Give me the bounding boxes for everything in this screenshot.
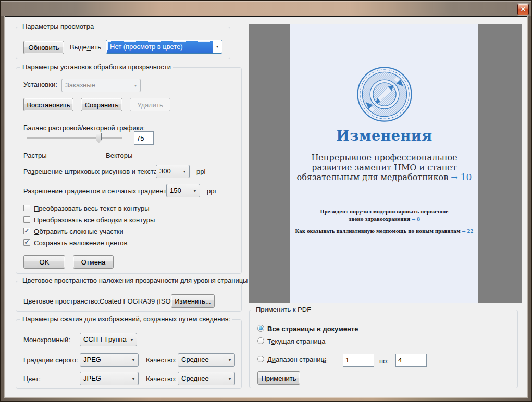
dialog-window: ✕ Параметры просмотра Обновить Выделить …: [0, 0, 532, 402]
group-compression-legend: Параметры сжатия для изображений, создан…: [20, 315, 232, 323]
highlight-label: Выделить: [70, 43, 101, 51]
range-from-label: с:: [323, 357, 328, 365]
cancel-button[interactable]: Отмена: [73, 255, 114, 269]
slider-track: [27, 137, 122, 139]
raster-label: Растры: [23, 152, 47, 159]
arrow-right-icon: →: [412, 217, 415, 222]
gradient-resolution-label: Разрешение градиентов и сетчатых градиен…: [23, 187, 176, 195]
colorspace-label: Цветовое пространство:: [23, 297, 100, 305]
apply-button[interactable]: Применить: [257, 371, 300, 385]
refresh-button[interactable]: Обновить: [23, 41, 64, 54]
monochrome-label: Монохромный:: [23, 336, 70, 344]
monochrome-select[interactable]: CCITT Группа 4 ▼: [80, 333, 137, 346]
checkbox-clip-complex-regions[interactable]: ✓: [23, 228, 30, 234]
gradient-resolution-select[interactable]: 150 ▼: [166, 184, 200, 197]
grayscale-quality-label: Качество:: [146, 356, 177, 364]
group-flattener-settings: Параметры установок обработки прозрачнос…: [16, 67, 242, 274]
color-quality-label: Качество:: [146, 375, 177, 383]
checkbox-strokes-to-outlines-label[interactable]: Преобразовать все обводки в контуры: [34, 216, 155, 224]
checkbox-clip-complex-regions-label[interactable]: Обтравить сложные участки: [34, 228, 123, 235]
close-button[interactable]: ✕: [517, 4, 529, 15]
radio-all-pages-label[interactable]: Все страницы в документе: [267, 325, 358, 333]
checkbox-strokes-to-outlines[interactable]: [23, 216, 30, 223]
checkbox-preserve-overprint-label[interactable]: Сохранять наложение цветов: [34, 239, 127, 247]
balance-label: Баланс растровой/векторной графики:: [23, 124, 145, 132]
lineart-resolution-select[interactable]: 300 ▼: [156, 165, 190, 178]
chevron-down-icon: ▼: [180, 165, 189, 178]
radio-page-range[interactable]: [257, 356, 264, 362]
preview-teaser-1: Президент поручил модернизировать первич…: [290, 208, 478, 223]
group-compression: Параметры сжатия для изображений, создан…: [16, 319, 242, 389]
close-icon: ✕: [521, 6, 526, 13]
vector-label: Векторы: [106, 152, 132, 159]
chevron-down-icon: ▼: [127, 333, 137, 346]
color-quality-select[interactable]: Среднее ▼: [178, 372, 235, 385]
preview-title: Изменения: [290, 128, 478, 144]
preview-headline: Непрерывное профессиональное развитие за…: [290, 153, 478, 182]
save-button[interactable]: Сохранить: [81, 98, 122, 111]
chevron-down-icon: ▼: [213, 40, 222, 53]
checkbox-preserve-overprint[interactable]: ✓: [23, 239, 30, 246]
range-to-label: по:: [379, 357, 389, 365]
group-colorspace: Цветовое пространство наложения прозрачн…: [16, 281, 242, 312]
chevron-down-icon: ▼: [131, 79, 140, 92]
chevron-down-icon: ▼: [129, 372, 138, 385]
group-preview-options-legend: Параметры просмотра: [20, 22, 96, 30]
titlebar[interactable]: ✕: [1, 1, 531, 16]
preview-page: Изменения Непрерывное профессиональное р…: [290, 24, 478, 303]
group-colorspace-legend: Цветовое пространство наложения прозрачн…: [20, 277, 250, 284]
radio-all-pages[interactable]: [257, 325, 264, 332]
group-preview-options: Параметры просмотра Обновить Выделить Не…: [16, 27, 230, 59]
radio-page-range-label[interactable]: Диапазон страниц:: [267, 356, 327, 363]
presets-select[interactable]: Заказные ▼: [61, 79, 141, 92]
dialog-body: Параметры просмотра Обновить Выделить Не…: [5, 16, 527, 397]
balance-input[interactable]: [134, 131, 154, 145]
color-select[interactable]: JPEG ▼: [80, 372, 139, 385]
restore-button[interactable]: Восстановить: [23, 98, 73, 111]
preview-teaser-2: Как оказывать паллиативную медпомощь по …: [290, 228, 478, 235]
chevron-down-icon: ▼: [129, 354, 138, 366]
checkbox-text-to-outlines[interactable]: [23, 205, 30, 211]
chevron-down-icon: ▼: [190, 184, 200, 197]
arrow-right-icon: →: [451, 172, 457, 182]
range-to-input[interactable]: [395, 354, 427, 367]
group-apply-to-pdf: Применить к PDF Все страницы в документе…: [249, 310, 518, 388]
chevron-down-icon: ▼: [225, 354, 234, 366]
color-label: Цвет:: [23, 375, 41, 383]
group-flattener-legend: Параметры установок обработки прозрачнос…: [20, 63, 173, 71]
colorspace-value: Coated FOGRA39 (ISO: [100, 297, 171, 305]
delete-button[interactable]: Удалить: [130, 98, 170, 111]
slider-thumb[interactable]: [96, 133, 102, 143]
range-from-input[interactable]: [343, 354, 374, 367]
gradient-ppi-label: ppi: [207, 187, 216, 195]
grayscale-quality-select[interactable]: Среднее ▼: [178, 353, 235, 367]
lineart-ppi-label: ppi: [196, 168, 205, 175]
ok-button[interactable]: OK: [23, 255, 65, 269]
presets-label: Установки:: [23, 81, 57, 89]
grayscale-select[interactable]: JPEG ▼: [80, 353, 139, 367]
change-colorspace-button[interactable]: Изменить...: [171, 294, 215, 308]
chevron-down-icon: ▼: [225, 372, 234, 385]
lineart-resolution-label: Разрешение штриховых рисунков и текста:: [23, 168, 159, 175]
group-apply-legend: Применить к PDF: [254, 306, 313, 313]
grayscale-label: Градации серого:: [23, 356, 78, 364]
radio-current-page-label[interactable]: Текущая страница: [267, 337, 325, 345]
cycle-logo-icon: [356, 66, 413, 122]
arrow-right-icon: →: [462, 229, 465, 234]
highlight-select[interactable]: Нет (просмотр в цвете) ▼: [106, 40, 222, 54]
radio-current-page[interactable]: [257, 337, 264, 344]
balance-slider[interactable]: [27, 133, 122, 145]
preview-pane: Изменения Непрерывное профессиональное р…: [249, 24, 522, 303]
checkbox-text-to-outlines-label[interactable]: Преобразовать весь текст в контуры: [34, 205, 149, 212]
